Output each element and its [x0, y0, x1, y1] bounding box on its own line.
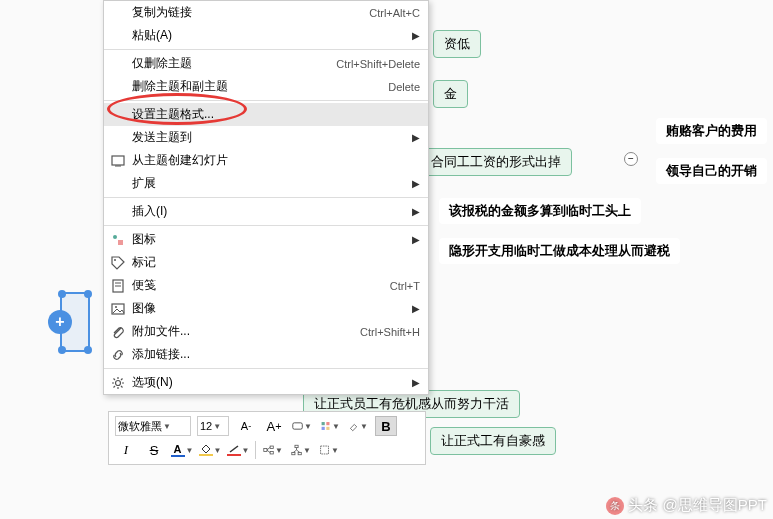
font-size-select[interactable]: 12▼ — [197, 416, 229, 436]
line-color-dropdown[interactable]: ▼ — [227, 440, 249, 460]
resize-handle[interactable] — [84, 346, 92, 354]
menu-image[interactable]: 图像▶ — [104, 297, 428, 320]
menu-separator — [104, 49, 428, 50]
strikethrough-button[interactable]: S — [143, 440, 165, 460]
menu-label: 复制为链接 — [132, 4, 369, 21]
chevron-down-icon: ▼ — [242, 446, 250, 455]
menu-label: 选项(N) — [132, 374, 408, 391]
resize-handle[interactable] — [58, 346, 66, 354]
chevron-right-icon: ▶ — [412, 132, 420, 143]
menu-label: 扩展 — [132, 175, 408, 192]
svg-rect-20 — [292, 452, 295, 454]
gear-icon — [110, 375, 126, 391]
bold-button[interactable]: B — [375, 416, 397, 436]
svg-rect-18 — [270, 452, 273, 454]
mind-node[interactable]: 该报税的金额多算到临时工头上 — [439, 198, 641, 224]
minus-icon: − — [628, 154, 634, 164]
mind-node[interactable]: 隐形开支用临时工做成本处理从而避税 — [439, 238, 680, 264]
svg-rect-3 — [118, 240, 123, 245]
menu-send-topic-to[interactable]: 发送主题到▶ — [104, 126, 428, 149]
menu-label: 删除主题和副主题 — [132, 78, 388, 95]
resize-handle[interactable] — [84, 290, 92, 298]
shape-dropdown[interactable]: ▼ — [291, 416, 313, 436]
svg-point-4 — [114, 259, 116, 261]
menu-label: 图标 — [132, 231, 408, 248]
increase-font-button[interactable]: A+ — [263, 416, 285, 436]
style-icon — [320, 419, 331, 433]
svg-rect-21 — [298, 452, 301, 454]
chevron-down-icon: ▼ — [214, 446, 222, 455]
collapse-button[interactable]: − — [624, 152, 638, 166]
svg-rect-11 — [293, 423, 302, 429]
menu-label: 粘贴(A) — [132, 27, 408, 44]
font-family-select[interactable]: 微软雅黑▼ — [115, 416, 191, 436]
menu-separator — [104, 100, 428, 101]
menu-icons[interactable]: 图标▶ — [104, 228, 428, 251]
svg-rect-16 — [264, 448, 267, 451]
font-color-dropdown[interactable]: A▼ — [171, 440, 193, 460]
menu-separator — [104, 197, 428, 198]
menu-tag[interactable]: 标记 — [104, 251, 428, 274]
icon-shape-icon — [110, 232, 126, 248]
selected-node-handle[interactable]: + — [60, 292, 90, 352]
chevron-right-icon: ▶ — [412, 234, 420, 245]
svg-rect-13 — [326, 422, 329, 425]
chevron-down-icon: ▼ — [331, 446, 339, 455]
node-text: 资低 — [444, 36, 470, 51]
toolbar-row-1: 微软雅黑▼ 12▼ A- A+ ▼ ▼ ▼ B — [115, 416, 419, 436]
quick-style-dropdown[interactable]: ▼ — [319, 416, 341, 436]
menu-copy-as-link[interactable]: 复制为链接Ctrl+Alt+C — [104, 1, 428, 24]
chevron-down-icon: ▼ — [360, 422, 368, 431]
menu-delete-topic-only[interactable]: 仅删除主题Ctrl+Shift+Delete — [104, 52, 428, 75]
mind-node[interactable]: 让正式工有自豪感 — [430, 427, 556, 455]
menu-add-link[interactable]: 添加链接... — [104, 343, 428, 366]
menu-note[interactable]: 便笺Ctrl+T — [104, 274, 428, 297]
menu-label: 标记 — [132, 254, 420, 271]
menu-create-slides[interactable]: 从主题创建幻灯片 — [104, 149, 428, 172]
menu-attach-file[interactable]: 附加文件...Ctrl+Shift+H — [104, 320, 428, 343]
menu-insert[interactable]: 插入(I)▶ — [104, 200, 428, 223]
toolbar-row-2: I S A▼ ▼ ▼ ▼ ▼ ▼ — [115, 440, 419, 460]
clear-format-dropdown[interactable]: ▼ — [347, 416, 369, 436]
topic-layout-dropdown[interactable]: ▼ — [290, 440, 312, 460]
menu-label: 便笺 — [132, 277, 390, 294]
node-text: 领导自己的开销 — [666, 163, 757, 178]
add-node-button[interactable]: + — [48, 310, 72, 334]
chevron-right-icon: ▶ — [412, 377, 420, 388]
chevron-right-icon: ▶ — [412, 303, 420, 314]
tree-icon — [291, 443, 302, 457]
node-text: 让正式员工有危机感从而努力干活 — [314, 396, 509, 411]
mind-node[interactable]: 金 — [433, 80, 468, 108]
menu-format-topic[interactable]: 设置主题格式... — [104, 103, 428, 126]
decrease-font-button[interactable]: A- — [235, 416, 257, 436]
attach-icon — [110, 324, 126, 340]
menu-label: 图像 — [132, 300, 408, 317]
menu-label: 插入(I) — [132, 203, 408, 220]
link-icon — [110, 347, 126, 363]
menu-shortcut: Ctrl+Shift+H — [360, 326, 420, 338]
mind-node[interactable]: 领导自己的开销 — [656, 158, 767, 184]
mindmap-canvas[interactable]: 资低 金 贿赂客户的费用 合同工工资的形式出掉 领导自己的开销 该报税的金额多算… — [0, 0, 773, 519]
svg-rect-15 — [326, 427, 329, 430]
mind-node[interactable]: 资低 — [433, 30, 481, 58]
italic-button[interactable]: I — [115, 440, 137, 460]
fill-color-dropdown[interactable]: ▼ — [199, 440, 221, 460]
boundary-dropdown[interactable]: ▼ — [318, 440, 340, 460]
mind-node[interactable]: 贿赂客户的费用 — [656, 118, 767, 144]
menu-shortcut: Ctrl+Alt+C — [369, 7, 420, 19]
node-text: 让正式工有自豪感 — [441, 433, 545, 448]
boundary-icon — [319, 443, 330, 457]
menu-shortcut: Ctrl+T — [390, 280, 420, 292]
chevron-down-icon: ▼ — [304, 422, 312, 431]
menu-options[interactable]: 选项(N)▶ — [104, 371, 428, 394]
resize-handle[interactable] — [58, 290, 66, 298]
tag-icon — [110, 255, 126, 271]
menu-paste[interactable]: 粘贴(A)▶ — [104, 24, 428, 47]
node-text: 贿赂客户的费用 — [666, 123, 757, 138]
svg-point-2 — [113, 235, 117, 239]
mind-node[interactable]: 合同工工资的形式出掉 — [420, 148, 572, 176]
menu-delete-topic-subtopics[interactable]: 删除主题和副主题Delete — [104, 75, 428, 98]
chevron-down-icon: ▼ — [186, 446, 194, 455]
menu-extend[interactable]: 扩展▶ — [104, 172, 428, 195]
subtopic-layout-dropdown[interactable]: ▼ — [262, 440, 284, 460]
